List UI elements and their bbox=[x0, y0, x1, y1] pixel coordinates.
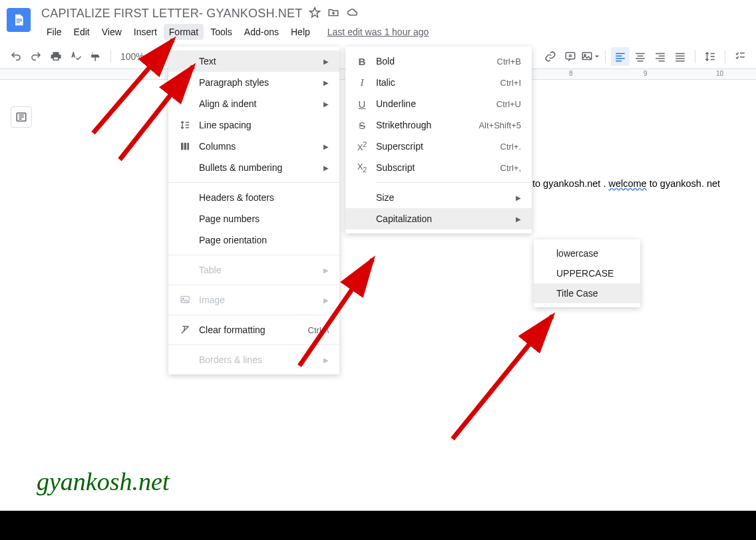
subscript-icon: X2 bbox=[355, 162, 369, 174]
print-button[interactable] bbox=[47, 47, 65, 66]
text-underline[interactable]: U Underline Ctrl+U bbox=[345, 93, 532, 114]
star-icon[interactable] bbox=[309, 7, 321, 21]
format-image: Image ▶ bbox=[168, 289, 339, 311]
format-page-orientation[interactable]: Page orientation bbox=[168, 229, 339, 251]
image-icon bbox=[178, 294, 192, 306]
format-clear-formatting[interactable]: Clear formatting Ctrl+\ bbox=[168, 319, 339, 340]
separator bbox=[163, 50, 164, 63]
svg-rect-18 bbox=[675, 53, 685, 54]
svg-rect-8 bbox=[616, 58, 625, 59]
outline-button[interactable] bbox=[11, 106, 32, 128]
line-spacing-icon bbox=[178, 119, 192, 131]
svg-rect-12 bbox=[636, 58, 645, 59]
insert-image-button[interactable] bbox=[581, 47, 600, 66]
blank-icon bbox=[178, 264, 192, 276]
chevron-right-icon: ▶ bbox=[323, 58, 329, 65]
last-edit-link[interactable]: Last edit was 1 hour ago bbox=[327, 27, 429, 37]
format-borders-lines: Borders & lines ▶ bbox=[168, 349, 339, 370]
blank-icon bbox=[178, 213, 192, 225]
separator bbox=[725, 50, 725, 63]
svg-rect-3 bbox=[566, 53, 575, 59]
chevron-right-icon: ▶ bbox=[323, 100, 329, 108]
menu-format[interactable]: Format bbox=[164, 24, 204, 40]
text-size[interactable]: Size ▶ bbox=[345, 187, 532, 208]
ruler-mark: 8 bbox=[569, 70, 573, 77]
align-left-button[interactable] bbox=[611, 47, 630, 66]
separator bbox=[376, 182, 532, 183]
menu-file[interactable]: File bbox=[41, 24, 67, 40]
format-bullets-numbering[interactable]: Bullets & numbering ▶ bbox=[168, 157, 339, 178]
chevron-right-icon: ▶ bbox=[323, 267, 329, 274]
columns-icon bbox=[178, 140, 192, 152]
menu-addons[interactable]: Add-ons bbox=[239, 24, 284, 40]
chevron-right-icon: ▶ bbox=[323, 79, 329, 86]
superscript-icon: X2 bbox=[355, 140, 369, 152]
text-subscript[interactable]: X2 Subscript Ctrl+, bbox=[345, 157, 532, 178]
blank-icon bbox=[178, 98, 192, 110]
text-strikethrough[interactable]: S Strikethrough Alt+Shift+5 bbox=[345, 114, 532, 136]
spellcheck-button[interactable] bbox=[67, 47, 85, 66]
strikethrough-icon: S bbox=[355, 119, 369, 131]
redo-button[interactable] bbox=[27, 47, 45, 66]
menubar: File Edit View Insert Format Tools Add-o… bbox=[41, 24, 749, 40]
svg-rect-20 bbox=[675, 58, 685, 59]
blank-icon bbox=[178, 76, 192, 88]
cloud-icon[interactable] bbox=[346, 7, 359, 21]
text-italic[interactable]: I Italic Ctrl+I bbox=[345, 72, 532, 93]
align-right-button[interactable] bbox=[651, 47, 669, 66]
watermark: gyankosh.net bbox=[37, 467, 169, 496]
docs-logo[interactable] bbox=[7, 8, 31, 32]
underline-icon: U bbox=[355, 98, 369, 110]
chevron-right-icon: ▶ bbox=[323, 297, 329, 304]
format-page-numbers[interactable]: Page numbers bbox=[168, 208, 339, 229]
text-bold[interactable]: B Bold Ctrl+B bbox=[345, 51, 532, 72]
menu-edit[interactable]: Edit bbox=[69, 24, 95, 40]
blank-icon bbox=[178, 162, 192, 174]
text-superscript[interactable]: X2 Superscript Ctrl+. bbox=[345, 136, 532, 157]
paint-format-button[interactable] bbox=[87, 47, 105, 66]
format-menu: Text ▶ Paragraph styles ▶ Align & indent… bbox=[168, 47, 339, 374]
svg-rect-6 bbox=[616, 53, 625, 54]
menu-help[interactable]: Help bbox=[285, 24, 315, 40]
format-line-spacing[interactable]: Line spacing bbox=[168, 114, 339, 136]
menu-view[interactable]: View bbox=[96, 24, 127, 40]
chevron-right-icon: ▶ bbox=[516, 194, 521, 202]
clear-format-icon bbox=[178, 324, 192, 336]
menu-insert[interactable]: Insert bbox=[128, 24, 162, 40]
svg-rect-24 bbox=[184, 143, 186, 150]
zoom-select[interactable]: 100% bbox=[116, 51, 158, 62]
menu-tools[interactable]: Tools bbox=[205, 24, 238, 40]
svg-rect-1 bbox=[17, 21, 22, 21]
move-icon[interactable] bbox=[327, 7, 339, 21]
insert-comment-button[interactable] bbox=[561, 47, 580, 66]
svg-rect-16 bbox=[656, 58, 665, 59]
undo-button[interactable] bbox=[7, 47, 25, 66]
svg-rect-14 bbox=[656, 53, 665, 54]
cap-lowercase[interactable]: lowercase bbox=[534, 243, 640, 263]
format-text[interactable]: Text ▶ bbox=[168, 51, 339, 72]
document-title[interactable]: CAPITALIZE FIRST LETTER- GYANKOSH.NET bbox=[41, 7, 302, 21]
format-paragraph-styles[interactable]: Paragraph styles ▶ bbox=[168, 72, 339, 93]
format-headers-footers[interactable]: Headers & footers bbox=[168, 187, 339, 208]
document-text[interactable]: to gyankosh.net . welcome to gyankosh. n… bbox=[532, 178, 720, 189]
align-center-button[interactable] bbox=[631, 47, 650, 66]
align-justify-button[interactable] bbox=[671, 47, 689, 66]
blank-icon bbox=[355, 192, 369, 203]
chevron-right-icon: ▶ bbox=[323, 164, 329, 172]
text-capitalization[interactable]: Capitalization ▶ bbox=[345, 208, 532, 229]
insert-link-button[interactable] bbox=[541, 47, 560, 66]
format-columns[interactable]: Columns ▶ bbox=[168, 136, 339, 157]
line-spacing-button[interactable] bbox=[701, 47, 719, 66]
cap-titlecase[interactable]: Title Case bbox=[534, 283, 640, 303]
checklist-button[interactable] bbox=[731, 47, 749, 66]
svg-rect-17 bbox=[659, 61, 665, 62]
separator bbox=[695, 50, 695, 63]
svg-rect-10 bbox=[636, 53, 645, 54]
separator bbox=[168, 344, 339, 345]
svg-rect-7 bbox=[616, 55, 622, 57]
svg-rect-15 bbox=[659, 55, 665, 57]
format-align-indent[interactable]: Align & indent ▶ bbox=[168, 93, 339, 114]
separator bbox=[168, 285, 339, 285]
cap-uppercase[interactable]: UPPERCASE bbox=[534, 263, 640, 283]
ruler-mark: 10 bbox=[716, 70, 723, 77]
